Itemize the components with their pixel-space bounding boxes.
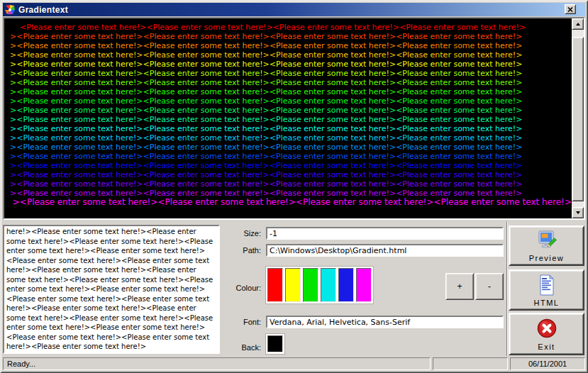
action-buttons: Preview HTML: [509, 221, 584, 356]
gradient-text-line: ><Please enter some text here!><Please e…: [10, 78, 572, 87]
back-colour-well: [265, 333, 285, 355]
status-panel: Ready...: [3, 357, 431, 370]
monitor-pencil-icon: [536, 229, 558, 252]
preview-button-label: Preview: [529, 254, 565, 262]
window-title: Gradientext: [18, 5, 68, 15]
path-input[interactable]: [266, 244, 504, 257]
html-button[interactable]: HTML: [509, 269, 584, 311]
arrow-down-icon: [576, 211, 580, 214]
gradient-text-line: ><Please enter some text here!><Please e…: [10, 133, 572, 143]
scrollbar-thumb[interactable]: [572, 37, 584, 201]
gradient-text-line: ><Please enter some text here!><Please e…: [10, 96, 572, 106]
colour-swatches: [265, 266, 374, 304]
app-window: Gradientext <Please enter some text here…: [0, 0, 588, 373]
red-circle-x-icon: [536, 318, 558, 340]
status-panel-empty: [433, 357, 508, 370]
remove-colour-button[interactable]: -: [475, 273, 504, 300]
title-bar[interactable]: Gradientext: [3, 3, 585, 16]
preview-scrollbar[interactable]: [572, 18, 584, 218]
close-icon: [567, 7, 573, 12]
colour-swatch[interactable]: [321, 268, 336, 302]
colour-label: Colour:: [217, 284, 261, 292]
status-date: 06/11/2001: [528, 360, 567, 368]
status-text: Ready...: [7, 360, 35, 368]
font-label: Font:: [217, 318, 261, 326]
colour-swatch[interactable]: [303, 268, 318, 302]
preview-button[interactable]: Preview: [509, 226, 584, 266]
status-bar: Ready... 06/11/2001: [3, 357, 585, 370]
gradient-text-line: ><Please enter some text here!><Please e…: [10, 115, 572, 124]
html-button-label: HTML: [534, 299, 560, 307]
gradient-text-line: ><Please enter some text here!><Please e…: [10, 32, 572, 41]
gradient-text-line: ><Please enter some text here!><Please e…: [10, 69, 572, 78]
gradient-text-line: ><Please enter some text here!><Please e…: [10, 198, 572, 208]
colour-swatch[interactable]: [338, 268, 354, 302]
gradient-text-line: ><Please enter some text here!><Please e…: [10, 87, 572, 96]
gradient-text-line: ><Please enter some text here!><Please e…: [10, 170, 572, 179]
scroll-up-button[interactable]: [572, 18, 584, 30]
exit-button[interactable]: Exit: [509, 313, 584, 355]
gradient-text-line: ><Please enter some text here!><Please e…: [10, 50, 572, 60]
add-colour-button[interactable]: +: [445, 273, 474, 300]
gradient-text-line: ><Please enter some text here!><Please e…: [10, 143, 572, 152]
vertical-divider: [506, 221, 508, 356]
gradient-text-line: ><Please enter some text here!><Please e…: [10, 124, 572, 133]
status-panel-date: 06/11/2001: [510, 357, 585, 370]
preview-pane: <Please enter some text here!><Please en…: [3, 17, 585, 220]
scroll-down-button[interactable]: [572, 207, 584, 218]
back-label: Back:: [217, 343, 261, 352]
scrollbar-track[interactable]: [572, 201, 584, 207]
colour-swatch[interactable]: [267, 268, 283, 302]
exit-button-label: Exit: [538, 343, 555, 351]
gradient-text-line: ><Please enter some text here!><Please e…: [10, 41, 572, 50]
text-editor[interactable]: here!><Please enter some text here!><Ple…: [3, 225, 220, 354]
gradient-text-line: <Please enter some text here!><Please en…: [10, 23, 572, 32]
scrollbar-track[interactable]: [572, 30, 584, 37]
arrow-up-icon: [576, 23, 580, 26]
gradient-text-line: ><Please enter some text here!><Please e…: [10, 161, 572, 170]
controls-panel: here!><Please enter some text here!><Ple…: [3, 221, 585, 356]
gradient-text-preview: <Please enter some text here!><Please en…: [4, 18, 572, 218]
font-input[interactable]: [266, 316, 504, 328]
colour-swatch[interactable]: [356, 268, 372, 302]
gradient-text-line: ><Please enter some text here!><Please e…: [10, 106, 572, 115]
path-label: Path:: [217, 246, 261, 255]
document-icon: [536, 274, 558, 296]
colour-swatch[interactable]: [285, 268, 301, 302]
size-label: Size:: [217, 229, 261, 238]
close-button[interactable]: [565, 4, 576, 14]
size-input[interactable]: [266, 227, 504, 240]
gradient-text-line: ><Please enter some text here!><Please e…: [10, 179, 572, 189]
app-icon: [4, 4, 16, 16]
gradient-text-line: ><Please enter some text here!><Please e…: [10, 60, 572, 69]
gradient-text-line: ><Please enter some text here!><Please e…: [10, 152, 572, 161]
back-colour-swatch[interactable]: [267, 335, 283, 352]
